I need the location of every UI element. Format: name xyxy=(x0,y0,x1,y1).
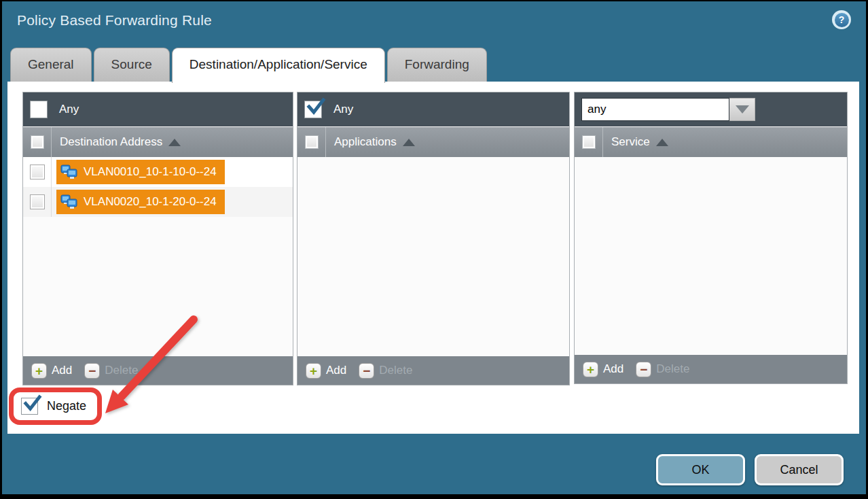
delete-button[interactable]: − Delete xyxy=(84,363,138,379)
address-object-name: VLAN0020_10-1-20-0--24 xyxy=(84,195,217,209)
destination-panel: Any Destination Address xyxy=(22,92,293,385)
destination-column-title: Destination Address xyxy=(60,135,162,149)
service-any-bar: any xyxy=(575,92,847,126)
tab-forwarding[interactable]: Forwarding xyxy=(387,48,487,82)
destination-toolbar: + Add − Delete xyxy=(23,356,293,385)
destination-column-header[interactable]: Destination Address xyxy=(23,126,293,157)
negate-checkbox[interactable] xyxy=(21,398,38,415)
checkmark-icon xyxy=(306,97,326,118)
plus-icon: + xyxy=(306,363,321,379)
minus-icon: − xyxy=(359,363,374,379)
applications-column-title: Applications xyxy=(334,135,397,149)
chevron-down-icon xyxy=(736,105,749,114)
table-row[interactable]: VLAN0010_10-1-10-0--24 xyxy=(23,157,293,187)
add-button[interactable]: + Add xyxy=(583,362,623,377)
destination-any-label: Any xyxy=(59,103,79,116)
plus-icon: + xyxy=(31,363,47,379)
pbf-rule-dialog: Policy Based Forwarding Rule ? General S… xyxy=(0,0,868,499)
service-column-title: Service xyxy=(611,135,650,149)
row-checkbox[interactable] xyxy=(30,194,45,209)
network-computers-icon xyxy=(60,194,78,210)
sort-asc-icon xyxy=(168,139,181,146)
plus-icon: + xyxy=(583,362,598,377)
service-panel: any Service + Add xyxy=(574,92,848,384)
minus-icon: − xyxy=(84,363,100,379)
applications-any-label: Any xyxy=(333,103,353,116)
service-dropdown: any xyxy=(581,98,755,121)
minus-icon: − xyxy=(636,362,651,377)
service-column-header[interactable]: Service xyxy=(575,126,847,157)
question-mark-icon: ? xyxy=(835,13,849,27)
tab-destination-application-service[interactable]: Destination/Application/Service xyxy=(172,48,385,83)
applications-any-checkbox[interactable] xyxy=(304,101,322,118)
applications-select-all-checkbox[interactable] xyxy=(305,135,319,149)
table-row[interactable]: VLAN0020_10-1-20-0--24 xyxy=(23,187,293,217)
tab-content: Any Destination Address xyxy=(7,82,859,434)
applications-list xyxy=(297,157,569,356)
tab-bar: General Source Destination/Application/S… xyxy=(10,48,487,83)
checkmark-icon xyxy=(22,394,42,414)
cancel-button[interactable]: Cancel xyxy=(755,454,844,485)
network-computers-icon xyxy=(60,164,78,180)
tab-source[interactable]: Source xyxy=(94,48,170,82)
dialog-title: Policy Based Forwarding Rule xyxy=(17,12,212,29)
row-checkbox[interactable] xyxy=(30,165,45,179)
applications-panel: Any Applications + Add − Delete xyxy=(297,92,570,385)
applications-any-bar: Any xyxy=(297,92,569,126)
destination-list: VLAN0010_10-1-10-0--24 xyxy=(23,157,293,356)
applications-toolbar: + Add − Delete xyxy=(297,356,569,385)
applications-column-header[interactable]: Applications xyxy=(297,126,569,157)
destination-select-all-checkbox[interactable] xyxy=(31,135,44,149)
address-object-name: VLAN0010_10-1-10-0--24 xyxy=(84,165,217,179)
address-object-chip[interactable]: VLAN0010_10-1-10-0--24 xyxy=(56,160,225,184)
service-toolbar: + Add − Delete xyxy=(575,355,847,383)
service-list xyxy=(575,157,847,355)
sort-asc-icon xyxy=(656,139,668,146)
address-object-chip[interactable]: VLAN0020_10-1-20-0--24 xyxy=(56,190,225,214)
sort-asc-icon xyxy=(403,139,415,146)
delete-button[interactable]: − Delete xyxy=(359,363,412,379)
negate-option: Negate xyxy=(21,398,86,415)
add-button[interactable]: + Add xyxy=(306,363,346,379)
add-button[interactable]: + Add xyxy=(31,363,72,379)
service-dropdown-value[interactable]: any xyxy=(581,98,729,121)
service-dropdown-button[interactable] xyxy=(729,98,755,121)
ok-button[interactable]: OK xyxy=(656,454,745,485)
destination-any-bar: Any xyxy=(23,92,293,126)
delete-button[interactable]: − Delete xyxy=(636,362,689,377)
destination-any-checkbox[interactable] xyxy=(30,101,48,118)
service-select-all-checkbox[interactable] xyxy=(582,135,596,149)
tab-general[interactable]: General xyxy=(10,48,92,82)
negate-label: Negate xyxy=(47,399,86,413)
help-icon[interactable]: ? xyxy=(832,10,851,29)
